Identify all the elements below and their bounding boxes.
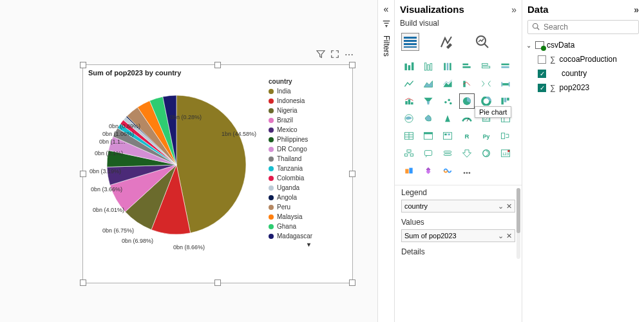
tab-format-visual[interactable] xyxy=(437,33,455,51)
resize-handle[interactable] xyxy=(214,62,221,68)
viz-type-python-visual[interactable]: Py xyxy=(478,128,494,144)
legend-item[interactable]: Indonesia xyxy=(269,96,348,106)
viz-type-custom-visual[interactable] xyxy=(440,163,455,178)
filter-icon[interactable] xyxy=(382,19,391,30)
viz-type-decomposition-tree[interactable] xyxy=(401,146,417,161)
viz-type-combo[interactable] xyxy=(459,76,475,91)
collapse-viz-icon[interactable]: » xyxy=(511,5,516,15)
svg-rect-54 xyxy=(443,133,451,140)
field-cocoaProduction[interactable]: ∑cocoaProduction xyxy=(526,52,640,66)
legend-item[interactable]: Thailand xyxy=(269,154,348,164)
viz-type-filled-map[interactable] xyxy=(421,111,436,126)
viz-type-stacked-area[interactable] xyxy=(440,76,455,91)
viz-type-gauge[interactable] xyxy=(459,111,475,126)
viz-type-area[interactable] xyxy=(421,76,436,91)
viz-type-matrix[interactable] xyxy=(421,128,436,144)
viz-type-ai-visual[interactable] xyxy=(421,163,436,178)
pie-chart-visual[interactable]: ⋯ Sum of pop2023 by country 1bn (44.58%)… xyxy=(82,64,353,283)
viz-type-ribbon[interactable] xyxy=(478,76,494,91)
field-country[interactable]: ✓country xyxy=(526,66,640,80)
pie-plot-area[interactable]: 1bn (44.58%)0bn (0.28%)0bn (0.89%)0bn (1… xyxy=(83,78,269,281)
slice-label: 1bn (44.58%) xyxy=(222,131,256,137)
viz-type-map[interactable] xyxy=(401,111,417,126)
field-pop2023[interactable]: ✓∑pop2023 xyxy=(526,80,640,95)
viz-type-line-column[interactable] xyxy=(401,93,417,109)
viz-type-100-stacked-bar[interactable] xyxy=(440,59,455,74)
viz-type-more[interactable] xyxy=(459,163,475,178)
legend-item[interactable]: Nigeria xyxy=(269,106,348,115)
checkbox[interactable]: ✓ xyxy=(538,70,546,78)
legend-item[interactable]: Mexico xyxy=(269,125,348,135)
legend-item[interactable]: Madagascar xyxy=(269,231,348,241)
viz-type-kpi[interactable] xyxy=(440,128,455,144)
filters-pane-collapsed: « Filters xyxy=(377,0,394,322)
viz-type-metrics[interactable] xyxy=(478,146,494,161)
legend-item[interactable]: Malaysia xyxy=(269,212,348,222)
visualizations-title: Visualizations xyxy=(400,4,464,15)
more-options-icon[interactable]: ⋯ xyxy=(345,50,354,61)
viz-type-paginated[interactable] xyxy=(459,146,475,161)
resize-handle[interactable] xyxy=(349,171,355,177)
viz-type-waterfall[interactable] xyxy=(498,76,513,91)
viz-type-pie[interactable] xyxy=(459,93,475,109)
report-canvas[interactable]: ⋯ Sum of pop2023 by country 1bn (44.58%)… xyxy=(0,0,377,322)
filter-icon[interactable] xyxy=(316,50,325,61)
legend-item[interactable]: Philippines xyxy=(269,135,348,144)
svg-rect-16 xyxy=(462,66,470,68)
legend-item[interactable]: Angola xyxy=(269,193,348,202)
search-input[interactable] xyxy=(527,20,639,34)
legend-item[interactable]: India xyxy=(269,86,348,96)
viz-type-bar-horiz[interactable] xyxy=(459,59,475,74)
chevron-down-icon[interactable]: ⌄ xyxy=(498,232,504,240)
legend-well-field[interactable]: country ⌄✕ xyxy=(401,200,515,213)
legend-item[interactable]: Ghana xyxy=(269,222,348,231)
viz-type-funnel[interactable] xyxy=(421,93,436,109)
search-field[interactable] xyxy=(544,23,634,32)
tab-analytics[interactable] xyxy=(473,33,491,51)
values-well-field[interactable]: Sum of pop2023 ⌄✕ xyxy=(401,229,515,242)
svg-rect-10 xyxy=(428,64,430,70)
remove-field-icon[interactable]: ✕ xyxy=(506,232,512,240)
tab-build-visual[interactable] xyxy=(401,33,419,51)
svg-rect-59 xyxy=(501,133,504,139)
filters-label[interactable]: Filters xyxy=(382,35,391,57)
viz-type-clustered-bar-h[interactable] xyxy=(478,59,494,74)
checkbox[interactable] xyxy=(538,55,546,64)
resize-handle[interactable] xyxy=(349,279,355,286)
table-node[interactable]: ⌄ csvData xyxy=(526,38,640,52)
viz-type-key-influencers[interactable] xyxy=(498,128,513,144)
focus-mode-icon[interactable] xyxy=(330,50,339,61)
slice-label: 0bn (3.66%) xyxy=(91,186,122,193)
expand-filters-icon[interactable]: « xyxy=(384,4,389,14)
viz-type-smart-narrative[interactable] xyxy=(440,146,455,161)
resize-handle[interactable] xyxy=(349,62,355,68)
viz-type-power-apps[interactable]: 123 xyxy=(498,146,513,161)
legend-item[interactable]: Brazil xyxy=(269,115,348,125)
viz-type-shape-map[interactable] xyxy=(440,111,455,126)
viz-type-r-visual[interactable]: R xyxy=(459,128,475,144)
svg-rect-14 xyxy=(450,63,451,70)
viz-type-table[interactable] xyxy=(401,128,417,144)
legend-item[interactable]: Uganda xyxy=(269,183,348,193)
scrollbar[interactable] xyxy=(516,188,520,259)
legend-scroll-icon[interactable]: ▾ xyxy=(269,241,348,248)
chevron-down-icon[interactable]: ⌄ xyxy=(498,202,504,211)
viz-type-clustered-bar[interactable] xyxy=(421,59,436,74)
svg-marker-30 xyxy=(424,98,432,101)
resize-handle[interactable] xyxy=(80,62,86,68)
viz-type-qna[interactable] xyxy=(421,146,436,161)
legend-item[interactable]: Tanzania xyxy=(269,164,348,173)
viz-type-power-automate[interactable] xyxy=(401,163,417,178)
remove-field-icon[interactable]: ✕ xyxy=(506,202,512,211)
checkbox[interactable]: ✓ xyxy=(538,84,546,92)
legend-item[interactable]: Peru xyxy=(269,202,348,212)
viz-type-100-bar-h[interactable] xyxy=(498,59,513,74)
collapse-data-icon[interactable]: » xyxy=(634,5,639,15)
legend-item[interactable]: Colombia xyxy=(269,173,348,183)
legend-item[interactable]: DR Congo xyxy=(269,144,348,154)
legend-label: Colombia xyxy=(277,175,304,182)
caret-down-icon[interactable]: ⌄ xyxy=(526,42,533,49)
viz-type-stacked-bar[interactable] xyxy=(401,59,417,74)
viz-type-scatter[interactable] xyxy=(440,93,455,109)
viz-type-line[interactable] xyxy=(401,76,417,91)
